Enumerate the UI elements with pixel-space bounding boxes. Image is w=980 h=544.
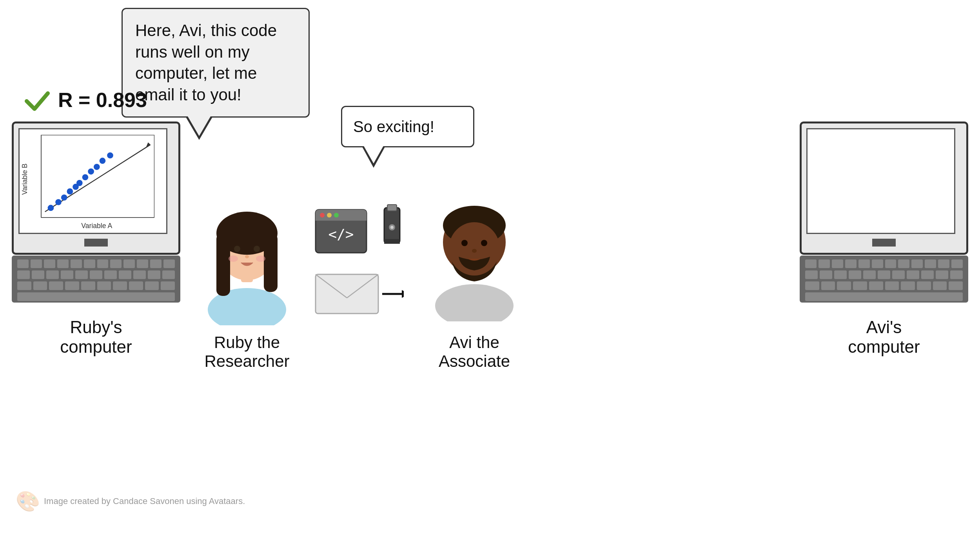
svg-point-25	[234, 246, 240, 252]
svg-marker-3	[146, 142, 151, 148]
watermark-icon: 🎨	[16, 490, 40, 513]
usb-drive-icon	[376, 204, 408, 255]
avi-keyboard	[800, 256, 968, 303]
svg-point-30	[435, 284, 514, 321]
correlation-result: R = 0.893	[24, 86, 147, 114]
ruby-computer-label-text: Ruby'scomputer	[60, 317, 132, 356]
avi-screen	[806, 128, 955, 234]
avi-computer-label-text: Avi'scomputer	[848, 317, 920, 356]
avi-computer-label: Avi'scomputer	[800, 317, 968, 357]
ruby-person-label: Ruby the Researcher	[192, 333, 302, 371]
ruby-computer: Variable A Variable B	[12, 121, 180, 303]
svg-point-7	[67, 189, 73, 195]
ruby-monitor: Variable A Variable B	[12, 121, 180, 255]
ruby-avatar	[192, 176, 302, 327]
scatter-plot: Variable A Variable B	[20, 129, 166, 233]
svg-point-36	[481, 240, 487, 246]
monitor-neck	[84, 239, 108, 247]
svg-text:</>: </>	[328, 226, 354, 242]
speech-text-ruby: Here, Avi, this code runs well on my com…	[135, 21, 277, 104]
speech-bubble-avi: So exciting!	[341, 106, 474, 147]
svg-marker-54	[402, 290, 404, 298]
ruby-person-label-text: Ruby the Researcher	[204, 333, 289, 370]
svg-point-14	[107, 152, 113, 159]
checkmark-icon	[24, 86, 51, 114]
avi-avatar	[419, 172, 529, 323]
avi-person-label-text: Avi the Associate	[439, 333, 510, 370]
svg-point-24	[219, 214, 275, 245]
avi-computer	[800, 121, 968, 303]
svg-point-26	[254, 246, 260, 252]
svg-rect-23	[264, 233, 278, 292]
svg-point-13	[100, 158, 106, 164]
svg-rect-50	[316, 274, 378, 314]
r-value-text: R = 0.893	[58, 88, 147, 112]
avi-monitor	[800, 121, 968, 255]
svg-rect-46	[387, 205, 397, 211]
svg-point-42	[327, 213, 332, 218]
code-icon-container: </>	[314, 208, 368, 256]
speech-text-avi: So exciting!	[353, 118, 434, 135]
watermark-text: Image created by Candace Savonen using A…	[44, 496, 245, 506]
svg-point-28	[229, 256, 238, 262]
svg-point-48	[390, 226, 394, 229]
usb-icon-container	[376, 204, 408, 256]
avi-person-label: Avi the Associate	[419, 333, 529, 371]
svg-point-5	[55, 199, 62, 205]
svg-point-43	[334, 213, 339, 218]
svg-point-35	[461, 240, 468, 246]
svg-point-12	[94, 164, 100, 170]
svg-point-37	[472, 249, 477, 253]
svg-rect-22	[216, 233, 230, 296]
svg-point-10	[82, 174, 89, 180]
svg-point-4	[48, 205, 54, 211]
envelope-icon	[314, 267, 404, 317]
ruby-keyboard	[12, 256, 180, 303]
svg-rect-40	[316, 218, 367, 221]
envelope-icon-container	[314, 267, 404, 319]
svg-point-6	[61, 194, 67, 201]
svg-point-29	[256, 256, 265, 262]
ruby-computer-label: Ruby'scomputer	[12, 317, 180, 357]
svg-text:Variable B: Variable B	[21, 163, 29, 195]
avi-monitor-neck	[872, 239, 896, 247]
watermark: 🎨 Image created by Candace Savonen using…	[16, 490, 245, 513]
svg-point-9	[76, 180, 83, 186]
svg-point-11	[88, 169, 94, 175]
code-window-icon: </>	[314, 208, 368, 255]
ruby-figure	[192, 176, 302, 325]
ruby-screen: Variable A Variable B	[18, 128, 167, 234]
svg-rect-49	[384, 239, 400, 244]
avi-figure	[419, 172, 529, 321]
svg-point-27	[245, 255, 249, 258]
svg-text:Variable A: Variable A	[81, 222, 112, 230]
speech-bubble-ruby: Here, Avi, this code runs well on my com…	[122, 8, 310, 118]
svg-point-41	[320, 213, 325, 218]
